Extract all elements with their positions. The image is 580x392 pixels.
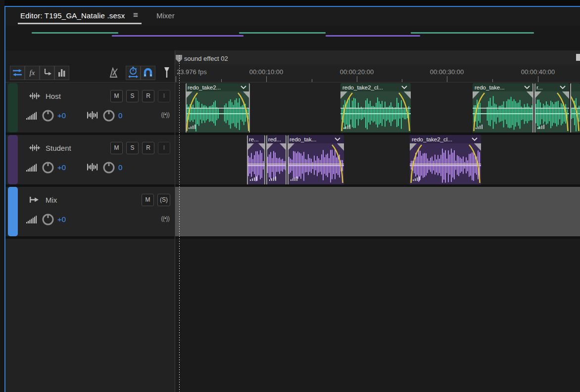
fade-in-handle[interactable] (340, 91, 347, 99)
clip-menu-chevron-icon[interactable] (524, 86, 530, 89)
clip-menu-chevron-icon[interactable] (472, 137, 478, 141)
track-header-host[interactable]: HostMSRI+00((•)) (7, 83, 174, 132)
audio-clip[interactable]: re... (247, 135, 265, 184)
clip-menu-chevron-icon[interactable] (560, 86, 566, 89)
track-button-s[interactable]: S (126, 90, 139, 102)
marker-tool-button[interactable] (159, 66, 174, 80)
timeline-marker-label: sound effect 02 (184, 55, 228, 62)
audio-clip[interactable]: redo_take2_cl... (340, 83, 411, 132)
track-button-i[interactable]: I (158, 142, 170, 154)
fade-out-handle[interactable] (337, 143, 344, 151)
pan-knob[interactable] (102, 109, 115, 122)
marker-lane[interactable]: sound effect 02 (175, 50, 580, 64)
stopwatch-arrows-icon (128, 67, 139, 79)
track-button-r[interactable]: R (142, 142, 154, 154)
snap-to-time-button[interactable] (126, 66, 141, 80)
clip-left-edge[interactable] (186, 83, 187, 132)
clip-header[interactable]: re... (247, 135, 265, 143)
track-button-m[interactable]: M (110, 90, 123, 102)
audio-clip[interactable]: redo_take2... (186, 83, 250, 132)
volume-knob[interactable] (42, 109, 54, 122)
audio-clip[interactable]: redo_tak... (288, 135, 344, 184)
clip-menu-chevron-icon[interactable] (401, 86, 407, 89)
volume-value[interactable]: +0 (57, 111, 66, 120)
track-header-student[interactable]: StudentMSRI+00 (7, 135, 174, 184)
pan-value[interactable]: 0 (118, 163, 122, 172)
clip-header[interactable]: redo_take2_cl... (340, 83, 411, 91)
clip-right-edge[interactable] (286, 135, 287, 184)
track-button-i[interactable]: I (158, 90, 170, 102)
audio-clip[interactable] (570, 83, 580, 132)
track-button-m[interactable]: M (110, 142, 123, 154)
clip-left-edge[interactable] (534, 83, 535, 132)
fade-in-handle[interactable] (410, 143, 417, 151)
hamburger-icon[interactable]: ≡ (133, 10, 138, 20)
snap-magnet-button[interactable] (141, 66, 155, 80)
audio-clip[interactable]: redo_take2_cl... (410, 135, 481, 184)
volume-knob[interactable] (42, 161, 54, 174)
clip-left-edge[interactable] (288, 135, 289, 184)
time-ruler[interactable]: 23.976 fps 00:00:10:0000:00:20:0000:00:3… (175, 64, 580, 83)
audio-track-icon (29, 92, 41, 100)
track-header-mix[interactable]: MixM(S)+0((•)) (7, 187, 174, 236)
audio-clip[interactable]: redo_take... (473, 83, 533, 132)
session-overview-strip[interactable] (5, 26, 580, 50)
knob-icon (102, 109, 115, 122)
tab-editor[interactable]: Editor: T195_GA_Natalie .sesx (20, 11, 125, 20)
volume-icon (26, 111, 38, 120)
clip-header[interactable]: redo_tak... (288, 135, 344, 143)
clip-left-edge[interactable] (266, 135, 267, 184)
fade-in-handle[interactable] (534, 91, 541, 99)
fade-out-handle[interactable] (562, 91, 569, 99)
audio-clip[interactable]: r... (534, 83, 569, 132)
clip-left-edge[interactable] (570, 83, 571, 132)
clip-right-edge[interactable] (264, 135, 265, 184)
volume-knob[interactable] (42, 213, 54, 225)
clip-waveform (410, 143, 481, 184)
fade-in-handle[interactable] (288, 143, 294, 151)
volume-value[interactable]: +0 (57, 215, 66, 223)
clip-menu-chevron-icon[interactable] (335, 137, 340, 141)
clip-waveform (570, 91, 580, 132)
track-name[interactable]: Student (46, 144, 71, 152)
audio-clip[interactable]: red... (266, 135, 287, 184)
ruler-time-label: 00:00:30:00 (430, 68, 464, 76)
track-name[interactable]: Host (46, 92, 61, 100)
track-button-r[interactable]: R (142, 90, 154, 102)
timeline-scroll-handle[interactable] (576, 54, 580, 61)
move-tool-button[interactable] (10, 66, 25, 80)
clip-menu-chevron-icon[interactable] (241, 86, 246, 89)
fade-in-handle[interactable] (247, 143, 254, 151)
clip-right-edge[interactable] (249, 83, 250, 132)
fade-out-handle[interactable] (404, 91, 411, 99)
fade-in-handle[interactable] (266, 143, 273, 151)
effects-tool-button[interactable]: fx (25, 66, 40, 80)
track-button-s[interactable]: (S) (157, 194, 170, 206)
fade-out-handle[interactable] (474, 143, 481, 151)
volume-value[interactable]: +0 (57, 163, 66, 172)
clip-header[interactable]: red... (266, 135, 287, 143)
track-button-s[interactable]: S (126, 142, 139, 154)
clip-header[interactable]: r... (534, 83, 569, 91)
clip-header[interactable]: redo_take2... (186, 83, 250, 91)
fade-in-handle[interactable] (186, 91, 193, 99)
clip-header[interactable] (570, 83, 580, 91)
metering-view-button[interactable] (54, 66, 69, 80)
master-track-icon (29, 196, 41, 204)
clip-header[interactable]: redo_take2_cl... (410, 135, 481, 143)
clip-header[interactable]: redo_take... (473, 83, 533, 91)
playhead-line[interactable] (179, 55, 180, 392)
chevron-down-icon (241, 86, 246, 89)
pan-knob[interactable] (102, 161, 115, 174)
clip-left-edge[interactable] (247, 135, 248, 184)
knob-icon (42, 161, 54, 174)
slip-tool-button[interactable] (40, 66, 54, 80)
slip-tool-icon (42, 68, 52, 77)
track-name[interactable]: Mix (46, 196, 57, 204)
metronome-button[interactable] (107, 66, 122, 80)
clip-right-edge[interactable] (532, 83, 533, 132)
track-button-m[interactable]: M (142, 194, 154, 206)
tab-mixer[interactable]: Mixer (156, 11, 175, 20)
pan-value[interactable]: 0 (118, 111, 122, 120)
fade-in-handle[interactable] (473, 91, 480, 99)
